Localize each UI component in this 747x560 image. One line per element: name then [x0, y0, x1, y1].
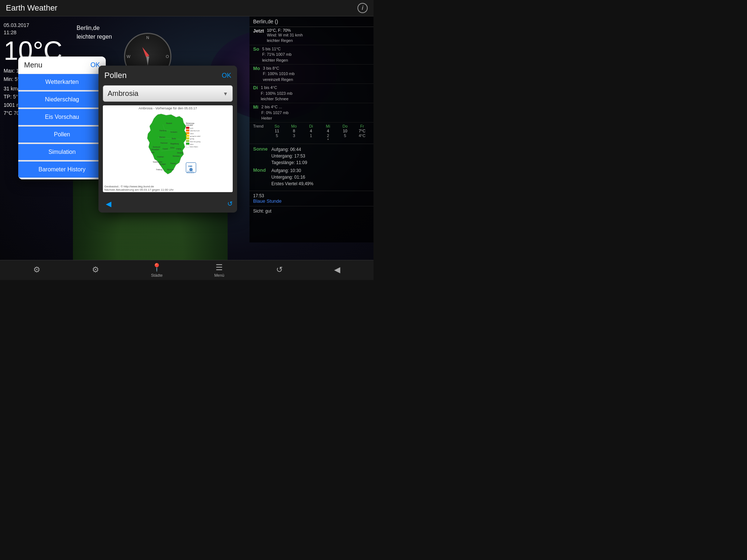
menu-button[interactable]: ☰ Menü [214, 263, 224, 277]
compass-w: W [127, 54, 130, 59]
svg-text:Wetterdienst: Wetterdienst [187, 172, 194, 174]
weather-row-di: Di 1 bis 4°C F: 100% 1023 mb leichter Sc… [249, 84, 374, 103]
pollen-dialog: Pollen OK Ambrosia ▼ Ambrosia - Vorhersa… [98, 66, 237, 213]
trend-empty2 [253, 133, 268, 138]
mi-detail2: F: 0% 1027 mb [261, 110, 289, 116]
jetzt-detail1: 10°C, F: 70% [267, 28, 303, 32]
germany-svg: Rostock Hamburg Schwerin Bremen Berlin H… [103, 111, 233, 184]
svg-text:gering: gering [190, 138, 194, 140]
so-detail1: 5 bis 11°C [262, 46, 292, 52]
trend-di: Di [303, 124, 319, 128]
date-time: 05.03.2017 11:28 [4, 22, 62, 36]
germany-map: Rostock Hamburg Schwerin Bremen Berlin H… [103, 111, 233, 184]
cities-label: Städte [151, 273, 163, 277]
mo-detail1: 3 bis 8°C [263, 66, 295, 71]
menu-dialog: Menu OK Wetterkarten Niederschlag Eis Vo… [18, 57, 106, 179]
pollen-dropdown-arrow: ▼ [223, 91, 228, 97]
svg-text:gering bis mittel: gering bis mittel [190, 135, 201, 137]
so-label: So [253, 46, 259, 52]
sun-tageslaenge: Tageslänge: 11:09 [271, 159, 307, 166]
settings-icon: ⚙ [33, 265, 40, 275]
svg-text:Erfurt: Erfurt [170, 147, 175, 149]
pollen-map-title: Ambrosia - Vorhersage für den 05.03.17 [103, 105, 233, 111]
di-detail1: 1 bis 4°C [261, 85, 293, 90]
sun-section: Sonne Aufgang: 06:44 Untergang: 17:53 Ta… [249, 144, 374, 191]
menu-item-eis-vorschau[interactable]: Eis Vorschau [18, 109, 106, 125]
moon-aufgang: Aufgang: 10:30 [271, 167, 313, 174]
svg-text:Köln: Köln [151, 152, 155, 153]
svg-text:Bremen: Bremen [159, 136, 165, 138]
cities-button[interactable]: 📍 Städte [151, 263, 163, 277]
pollen-ok-button[interactable]: OK [222, 72, 231, 79]
pollen-select-display[interactable]: Ambrosia ▼ [103, 85, 233, 102]
pollen-header: Pollen OK [98, 66, 237, 85]
location-name: Berlin,de [77, 24, 112, 32]
info-icon[interactable]: i [357, 3, 368, 13]
cities-icon: 📍 [152, 263, 162, 272]
svg-text:Leipzig: Leipzig [176, 148, 182, 150]
mo-detail3: vereinzelt Regen [263, 77, 295, 82]
sicht-label: Sicht: gut [253, 209, 271, 214]
trend-r1-2: 8 [286, 129, 302, 133]
refresh-button[interactable]: ↺ [276, 265, 283, 275]
mi-label: Mi [253, 104, 258, 110]
gears-icon: ⚙ [92, 265, 99, 275]
trend-do: Do [337, 124, 353, 128]
svg-rect-29 [186, 129, 189, 131]
jetzt-detail2: Wind: W mit 31 kmh [267, 32, 303, 38]
svg-text:München: München [167, 169, 174, 171]
svg-text:Frankfurt: Frankfurt [157, 156, 164, 158]
so-detail3: leichter Regen [262, 58, 292, 63]
svg-rect-39 [186, 143, 189, 144]
pollen-caption2: Nächste Aktualisierung am 06.03.17 gegen… [104, 188, 231, 191]
svg-text:Schwerin: Schwerin [170, 131, 177, 133]
weather-right-panel: Berlin,de () Jetzt 10°C, F: 70% Wind: W … [249, 16, 374, 242]
pollen-refresh-button[interactable]: ↺ [227, 200, 233, 208]
svg-text:hoch: hoch [190, 127, 193, 129]
pollen-selected-value: Ambrosia [108, 89, 138, 98]
header-bar: Earth Weather i [0, 0, 374, 16]
compass-n: N [146, 35, 149, 40]
trend-r1-3: 4 [303, 129, 319, 133]
pollen-nav-back[interactable]: ◀ [103, 198, 114, 210]
menu-label: Menü [214, 273, 224, 277]
svg-text:Düsseldorf: Düsseldorf [151, 149, 159, 151]
weather-row-so: So 5 bis 11°C F: 71% 1007 mb leichter Re… [249, 45, 374, 65]
mo-label: Mo [253, 66, 260, 71]
pollen-select-wrapper[interactable]: Ambrosia ▼ [103, 85, 233, 102]
time: 11:28 [4, 29, 62, 36]
date: 05.03.2017 [4, 22, 62, 29]
weather-row-mi: Mi 2 bis 4°C ... F: 0% 1027 mb Heiter [249, 103, 374, 122]
weather-row-jetzt: Jetzt 10°C, F: 70% Wind: W mit 31 kmh le… [249, 27, 374, 45]
pollen-caption1: Geobasisd.: © http://www.bkg.bund.de [104, 185, 231, 188]
menu-item-pollen[interactable]: Pollen [18, 127, 106, 143]
gears-button[interactable]: ⚙ [92, 265, 99, 275]
menu-item-niederschlag[interactable]: Niederschlag [18, 92, 106, 108]
svg-text:Magdeburg: Magdeburg [170, 143, 179, 145]
menu-item-barometer-history[interactable]: Barometer History [18, 162, 106, 178]
trend-r2-3: 1 [303, 133, 319, 138]
blue-hour-section: 17:53 Blaue Stunde [249, 191, 374, 206]
moon-untergang: Untergang: 01:16 [271, 174, 313, 180]
sun-aufgang: Aufgang: 06:44 [271, 146, 307, 153]
svg-text:intensität:: intensität: [186, 124, 193, 126]
jetzt-label: Jetzt [253, 28, 264, 34]
back-button-toolbar[interactable]: ◀ [334, 265, 340, 275]
right-location-header: Berlin,de () [249, 16, 374, 27]
trend-r2-2: 3 [286, 133, 302, 138]
menu-item-wetterkarten[interactable]: Wetterkarten [18, 74, 106, 90]
location-label: Berlin,de leichter regen [77, 24, 112, 41]
di-detail2: F: 100% 1023 mb [261, 91, 293, 96]
svg-rect-31 [186, 132, 189, 134]
weather-row-mo: Mo 3 bis 8°C F: 100% 1010 mb vereinzelt … [249, 65, 374, 84]
mi-detail3: Heiter [261, 116, 289, 121]
di-label: Di [253, 85, 258, 90]
menu-item-simulation[interactable]: Simulation [18, 144, 106, 160]
trend-r2-1: 5 [269, 133, 285, 138]
settings-button[interactable]: ⚙ [33, 265, 40, 275]
sicht-row: Sicht: gut [249, 206, 374, 216]
svg-rect-35 [186, 137, 189, 139]
pollen-title: Pollen [104, 71, 127, 80]
blue-hour-label: Blaue Stunde [253, 198, 370, 204]
trend-mo: Mo [286, 124, 302, 128]
